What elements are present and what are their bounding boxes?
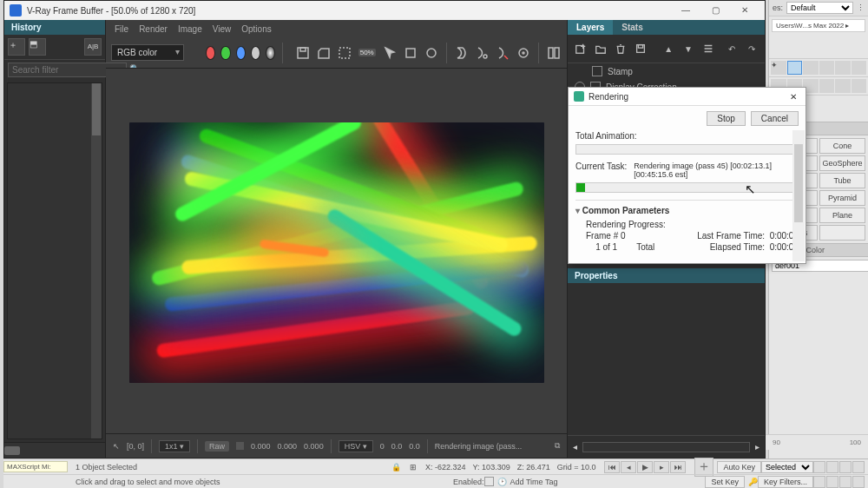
- pointer-button[interactable]: [382, 43, 398, 63]
- keyfilters-button[interactable]: Key Filters...: [758, 476, 813, 488]
- path-field[interactable]: Users\W...s Max 2022 ▸: [772, 19, 865, 32]
- layer-toggle-icon[interactable]: [592, 66, 602, 76]
- list-view-button[interactable]: [700, 39, 716, 58]
- blue-channel-swatch[interactable]: [236, 46, 246, 60]
- tube-button[interactable]: Tube: [819, 173, 865, 188]
- render-viewport[interactable]: [106, 69, 567, 433]
- nav-pan-icon[interactable]: [813, 461, 825, 473]
- add-layer-button[interactable]: [573, 39, 589, 58]
- nav-fov-icon[interactable]: [839, 461, 852, 473]
- key-mode-select[interactable]: Selected: [761, 461, 813, 473]
- zoom-button[interactable]: 50%: [358, 43, 377, 63]
- prev-frame-button[interactable]: ◂: [621, 461, 636, 473]
- maxscript-mini[interactable]: MAXScript Mi:: [3, 461, 68, 472]
- time-tag-icon[interactable]: 🕑: [494, 478, 510, 486]
- nav-dolly-icon[interactable]: [839, 476, 852, 488]
- plane-button[interactable]: Plane: [819, 208, 865, 223]
- goto-start-button[interactable]: ⏮: [604, 461, 620, 473]
- hsv-label[interactable]: HSV ▾: [339, 440, 373, 452]
- setkey-button[interactable]: Set Key: [705, 476, 745, 488]
- lock-icon[interactable]: 🔒: [387, 461, 404, 473]
- rendering-titlebar[interactable]: Rendering ✕: [569, 88, 806, 106]
- history-add-button[interactable]: ＋: [8, 38, 25, 56]
- next-frame-button[interactable]: ▸: [654, 461, 669, 473]
- history-scrollbar[interactable]: [91, 83, 102, 439]
- minimize-button[interactable]: —: [671, 2, 700, 19]
- debug-shading-button[interactable]: [516, 43, 531, 63]
- coord-z[interactable]: Z: 26.471: [514, 463, 554, 472]
- clear-image-button[interactable]: [337, 43, 352, 63]
- render-last-button[interactable]: [474, 43, 490, 63]
- undo-button[interactable]: ↶: [723, 39, 740, 58]
- save-image-button[interactable]: [295, 43, 311, 63]
- history-size-slider[interactable]: [4, 442, 105, 458]
- alpha-channel-swatch[interactable]: [251, 46, 260, 60]
- display-tab-icon[interactable]: [835, 61, 851, 75]
- next-frame-icon[interactable]: ▸: [755, 442, 760, 452]
- mono-channel-swatch[interactable]: [266, 46, 275, 60]
- pick-color-icon[interactable]: ↖: [113, 442, 120, 451]
- coord-x[interactable]: X: -622.324: [422, 463, 470, 472]
- copy-log-icon[interactable]: ⧉: [555, 441, 560, 451]
- snap-icon[interactable]: ⊞: [404, 461, 422, 473]
- play-button[interactable]: ▶: [637, 461, 653, 473]
- tab-layers[interactable]: Layers: [568, 20, 613, 35]
- frame-jog[interactable]: [582, 442, 750, 452]
- cameras-icon[interactable]: [819, 79, 835, 93]
- channel-select[interactable]: RGB color: [111, 44, 184, 61]
- delete-layer-button[interactable]: [613, 39, 629, 58]
- move-up-button[interactable]: ▲: [661, 39, 677, 58]
- helpers-icon[interactable]: [835, 79, 851, 93]
- interactive-button[interactable]: [495, 43, 510, 63]
- nav-zoomall-icon[interactable]: [852, 461, 865, 473]
- autokey-button[interactable]: Auto Key: [717, 461, 761, 473]
- stop-button[interactable]: Stop: [707, 111, 746, 126]
- history-load-button[interactable]: ⬒: [29, 38, 46, 56]
- coord-y[interactable]: Y: 103.309: [470, 463, 514, 472]
- modify-tab-icon[interactable]: [787, 61, 803, 75]
- key-icon[interactable]: 🔑: [748, 478, 758, 486]
- common-parameters-header[interactable]: Common Parameters: [575, 206, 799, 219]
- layer-stamp[interactable]: Stamp: [568, 63, 765, 79]
- vfb-titlebar[interactable]: V-Ray Frame Buffer - [50.0% of 1280 x 72…: [4, 1, 765, 20]
- green-channel-swatch[interactable]: [220, 46, 230, 60]
- motion-tab-icon[interactable]: [819, 61, 835, 75]
- enabled-checkbox[interactable]: [484, 477, 494, 486]
- hierarchy-tab-icon[interactable]: [803, 61, 819, 75]
- menu-file[interactable]: File: [115, 24, 128, 34]
- goto-end-button[interactable]: ⏭: [670, 461, 686, 473]
- maximize-button[interactable]: ▢: [700, 2, 730, 19]
- render-button[interactable]: [453, 43, 469, 63]
- move-down-button[interactable]: ▼: [681, 39, 697, 58]
- timeline-ruler[interactable]: 90 100: [766, 434, 868, 450]
- prev-frame-icon[interactable]: ◂: [573, 442, 577, 452]
- command-tab-icons[interactable]: ✦: [769, 59, 868, 77]
- cone-button[interactable]: Cone: [819, 138, 865, 154]
- modal-scrollbar[interactable]: [792, 130, 805, 261]
- track-mouse-button[interactable]: [424, 43, 439, 63]
- utilities-tab-icon[interactable]: [852, 61, 867, 75]
- history-ab-button[interactable]: A|B: [84, 38, 102, 56]
- window-close-button[interactable]: ✕: [730, 2, 760, 19]
- panels-toggle-button[interactable]: [546, 43, 562, 63]
- pyramid-button[interactable]: Pyramid: [819, 190, 865, 206]
- add-folder-button[interactable]: [593, 39, 609, 58]
- obj-btn[interactable]: [819, 225, 865, 241]
- save-preset-button[interactable]: [633, 39, 649, 58]
- nav-walk-icon[interactable]: [826, 476, 838, 488]
- nav-max-icon[interactable]: [852, 476, 865, 488]
- rendering-close-button[interactable]: ✕: [786, 92, 800, 102]
- red-channel-swatch[interactable]: [206, 46, 215, 60]
- zoom-readout[interactable]: 1x1 ▾: [159, 440, 190, 452]
- preset-select[interactable]: Default: [786, 2, 853, 14]
- menu-render[interactable]: Render: [139, 24, 168, 34]
- menu-image[interactable]: Image: [178, 24, 202, 34]
- tab-stats[interactable]: Stats: [613, 20, 651, 35]
- redo-button[interactable]: ↷: [743, 39, 760, 58]
- nav-zoom-icon[interactable]: [826, 461, 838, 473]
- preset-menu-icon[interactable]: ⋮: [857, 3, 865, 12]
- region-render-button[interactable]: [403, 43, 418, 63]
- menu-options[interactable]: Options: [241, 24, 271, 34]
- spacewarps-icon[interactable]: [852, 79, 867, 93]
- geosphere-button[interactable]: GeoSphere: [819, 155, 865, 171]
